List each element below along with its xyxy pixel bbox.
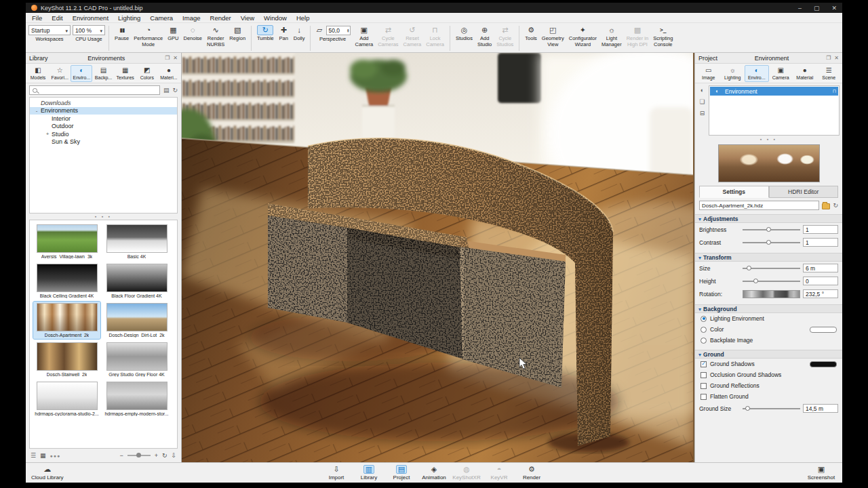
menu-item[interactable]: Camera [145, 14, 178, 22]
menu-item[interactable]: Environment [68, 14, 113, 22]
ground-option[interactable]: Occlusion Ground Shadows [695, 369, 842, 380]
tree-item[interactable]: Interior [30, 115, 177, 123]
download-icon[interactable]: ⇩ [171, 452, 176, 459]
toolbar-button[interactable]: Geometry View [540, 24, 566, 48]
toolbar-button[interactable]: Lock Camera [424, 24, 446, 48]
hdri-preview-image[interactable] [718, 144, 820, 182]
transform-section-header[interactable]: Transform [695, 253, 842, 262]
color-swatch[interactable] [810, 327, 837, 333]
taskbar-button[interactable]: KeyVR [484, 465, 515, 481]
maximize-button[interactable] [814, 5, 820, 12]
size-value-input[interactable]: 6 m [803, 264, 838, 272]
project-tab[interactable]: Enviro... [745, 65, 769, 82]
toolbar-button[interactable]: Performance Mode [132, 24, 165, 48]
library-tab[interactable]: Models [27, 65, 49, 82]
toolbar-button[interactable]: Reset Camera [401, 24, 424, 48]
drag-handle-icon[interactable]: ●●● [50, 453, 61, 458]
project-tab[interactable]: Lighting [721, 65, 745, 82]
menu-item[interactable]: File [27, 14, 47, 22]
brightness-slider[interactable] [743, 226, 800, 233]
menu-item[interactable]: View [236, 14, 259, 22]
panel-splitter[interactable] [695, 136, 842, 142]
grid-view-icon[interactable]: ▦ [40, 452, 46, 459]
environment-thumbnail[interactable]: hdrmaps-empty-modern-stor... [103, 380, 170, 418]
contrast-value-input[interactable]: 1 [803, 238, 838, 247]
toolbar-button[interactable]: Tumble [255, 24, 276, 43]
library-tab[interactable]: Backp... [92, 65, 114, 82]
brightness-value-input[interactable]: 1 [803, 225, 838, 234]
project-tab[interactable]: Scene [817, 65, 842, 82]
browse-folder-icon[interactable] [822, 203, 830, 209]
search-input[interactable] [29, 85, 160, 95]
add-environment-icon[interactable]: ◐ [701, 87, 704, 94]
slider-handle[interactable] [136, 453, 141, 458]
close-icon[interactable] [834, 55, 839, 61]
tree-item[interactable]: + Studio [30, 130, 177, 138]
background-option[interactable]: Lighting Environment [695, 313, 842, 324]
contrast-slider[interactable] [743, 239, 800, 246]
ground-section-header[interactable]: Ground [695, 350, 842, 359]
library-tab[interactable]: Enviro... [71, 65, 92, 82]
menu-item[interactable]: Help [292, 14, 315, 22]
library-tab[interactable]: Textures [115, 65, 136, 82]
background-option[interactable]: Color [695, 324, 842, 335]
slider-handle[interactable] [766, 240, 771, 245]
height-value-input[interactable]: 0 [803, 277, 838, 285]
size-slider[interactable] [743, 265, 800, 272]
undock-icon[interactable] [165, 55, 170, 61]
close-button[interactable] [831, 5, 837, 12]
taskbar-button[interactable]: KeyShotXR [451, 465, 482, 481]
taskbar-button[interactable]: Import [321, 465, 352, 481]
zoom-out-icon[interactable]: − [119, 452, 123, 459]
viewport-3d[interactable] [182, 53, 694, 462]
folder-view-icon[interactable]: ▤ [163, 87, 170, 94]
project-tab[interactable]: Camera [769, 65, 793, 82]
minimize-button[interactable] [798, 5, 802, 12]
toolbar-button[interactable]: Studios [454, 24, 475, 48]
tree-expander-icon[interactable]: - [34, 108, 39, 114]
toolbar-button[interactable]: Pause [113, 24, 131, 48]
library-tab[interactable]: Materi... [158, 65, 180, 82]
taskbar-button[interactable]: Screenshot [806, 465, 837, 481]
slider-handle[interactable] [753, 279, 758, 283]
tree-item[interactable]: Downloads [30, 99, 177, 107]
toolbar-button[interactable]: Add Camera [353, 24, 375, 48]
library-tab[interactable]: Favori... [49, 65, 71, 82]
zoom-in-icon[interactable]: + [155, 452, 158, 459]
ground-option[interactable]: Ground Reflections [695, 380, 842, 391]
toolbar-button[interactable]: Light Manager [599, 24, 624, 48]
list-view-icon[interactable]: ☰ [31, 452, 36, 459]
height-slider[interactable] [743, 278, 800, 285]
taskbar-button[interactable]: Library [353, 465, 384, 481]
background-section-header[interactable]: Background [695, 304, 842, 313]
environment-thumbnail[interactable]: hdrmaps-cyclorama-studio-2... [33, 380, 100, 418]
panel-splitter[interactable] [26, 214, 181, 220]
environment-thumbnail[interactable]: Grey Studio Grey Floor 4K [103, 341, 170, 378]
toolbar-button[interactable]: Configurator Wizard [567, 24, 599, 48]
toolbar-button[interactable]: Denoise [181, 24, 204, 48]
toolbar-button[interactable]: Cycle Studios [494, 24, 515, 48]
slider-handle[interactable] [747, 266, 751, 270]
menu-item[interactable]: Image [178, 14, 205, 22]
taskbar-button[interactable]: Animation [418, 465, 450, 481]
environment-thumbnail[interactable]: Dosch-Apartment_2k [33, 302, 100, 339]
ground-size-slider[interactable] [743, 405, 800, 412]
adjustments-section-header[interactable]: Adjustments [695, 214, 842, 223]
ground-option[interactable]: Ground Shadows [695, 359, 842, 369]
reload-hdri-icon[interactable]: ↻ [833, 202, 838, 209]
environment-thumbnail[interactable]: Black Ceiling Gradient 4K [33, 262, 100, 300]
cpu-usage-select[interactable]: 100 % [73, 25, 105, 35]
taskbar-button[interactable]: Project [386, 465, 417, 481]
toolbar-button[interactable]: Dolly [292, 24, 307, 43]
perspective-value-input[interactable]: 50,0 [326, 26, 351, 35]
rotation-value-input[interactable]: 232,5 ° [803, 289, 838, 298]
environment-thumbnail[interactable]: Black Floor Gradient 4K [103, 262, 170, 300]
thumbnail-size-slider[interactable] [127, 455, 151, 456]
library-tab[interactable]: Colors [136, 65, 158, 82]
environment-thumbnail[interactable]: Aversis_Village-lawn_3k [33, 223, 100, 260]
tree-expander-icon[interactable]: + [45, 131, 50, 137]
ground-size-value-input[interactable]: 14,5 m [803, 404, 838, 413]
spinner-arrows-icon[interactable] [347, 28, 349, 33]
menu-item[interactable]: Lighting [113, 14, 145, 22]
rotation-strip-control[interactable] [743, 290, 800, 298]
